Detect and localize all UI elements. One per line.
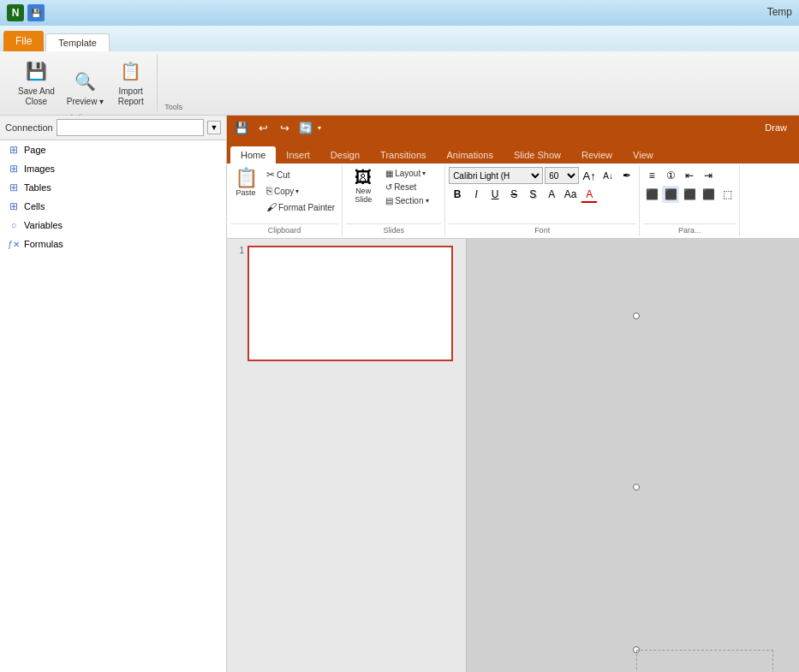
- paragraph-group-label: Para...: [643, 223, 736, 235]
- strikethrough-btn[interactable]: S: [505, 186, 522, 203]
- app-icon: N: [7, 4, 24, 21]
- ppt-qat-dropdown[interactable]: ▾: [318, 124, 321, 132]
- connection-dropdown-btn[interactable]: ▼: [207, 121, 221, 134]
- sidebar-item-page[interactable]: ⊞ Page: [0, 140, 226, 159]
- actions-group: 💾 Save And Close 🔍 Preview ▾ 📋 Import Re…: [7, 55, 158, 111]
- clear-format-btn[interactable]: ✒: [618, 167, 635, 184]
- template-tab[interactable]: Template: [45, 33, 110, 51]
- paste-button[interactable]: 📋 Paste: [230, 167, 261, 199]
- ppt-redo-btn[interactable]: ↪: [275, 118, 294, 137]
- new-slide-button[interactable]: 🖼 NewSlide: [346, 167, 380, 205]
- font-group: Calibri Light (H 60 A↑ A↓ ✒ B I U: [445, 165, 640, 236]
- underline-btn[interactable]: U: [486, 186, 504, 203]
- shadow-btn[interactable]: S: [524, 186, 541, 203]
- ppt-tab-slide-show[interactable]: Slide Show: [504, 146, 571, 164]
- ppt-tab-transitions[interactable]: Transitions: [370, 146, 436, 164]
- sidebar-item-images[interactable]: ⊞ Images: [0, 159, 226, 178]
- bold-btn[interactable]: B: [449, 186, 466, 203]
- italic-btn[interactable]: I: [468, 186, 485, 203]
- copy-label: Copy: [274, 187, 294, 196]
- ppt-tab-animations[interactable]: Animations: [437, 146, 504, 164]
- formulas-icon: ƒ✕: [7, 237, 21, 251]
- edit-canvas-container: [484, 256, 782, 655]
- ppt-tab-insert[interactable]: Insert: [276, 146, 320, 164]
- copy-button[interactable]: ⎘ Copy ▾: [263, 183, 338, 199]
- sidebar-header: Connection ▼: [0, 116, 226, 140]
- align-left-btn[interactable]: ⬛: [643, 186, 660, 203]
- text-box[interactable]: [636, 650, 773, 672]
- handle-top-left[interactable]: [633, 312, 640, 319]
- ppt-area: 💾 ↩ ↪ 🔄 ▾ Draw Home Insert Design Transi…: [227, 116, 799, 672]
- section-icon: ▤: [385, 196, 393, 205]
- change-case-btn[interactable]: Aa: [562, 186, 579, 203]
- draw-label: Draw: [765, 122, 794, 133]
- actions-ribbon: 💾 Save And Close 🔍 Preview ▾ 📋 Import Re…: [0, 51, 799, 116]
- align-center-btn[interactable]: ⬛: [662, 186, 679, 203]
- sidebar-item-tables[interactable]: ⊞ Tables: [0, 178, 226, 197]
- numbering-btn[interactable]: ①: [662, 167, 679, 184]
- bullets-btn[interactable]: ≡: [643, 167, 660, 184]
- columns-btn[interactable]: ⬚: [719, 186, 736, 203]
- handle-mid-left[interactable]: [633, 484, 640, 491]
- save-and-close-button[interactable]: 💾 Save And Close: [14, 55, 59, 110]
- format-painter-icon: 🖌: [266, 201, 277, 213]
- cut-button[interactable]: ✂ Cut: [263, 167, 338, 182]
- section-button[interactable]: ▤ Section ▾: [382, 194, 441, 207]
- justify-btn[interactable]: ⬛: [700, 186, 717, 203]
- save-icon[interactable]: 💾: [27, 4, 45, 21]
- slide-1-thumbnail[interactable]: [247, 246, 453, 361]
- align-right-btn[interactable]: ⬛: [681, 186, 698, 203]
- outer-ribbon-tabs: File Template: [0, 26, 799, 51]
- sidebar-item-variables[interactable]: ○ Variables: [0, 216, 226, 235]
- paste-icon: 📋: [235, 169, 258, 187]
- font-color-btn[interactable]: A: [581, 186, 598, 203]
- slide-edit-area[interactable]: [467, 239, 799, 672]
- char-spacing-btn[interactable]: A: [543, 186, 560, 203]
- ppt-tab-home[interactable]: Home: [230, 146, 276, 164]
- preview-icon: 🔍: [71, 68, 98, 95]
- ppt-save-btn[interactable]: 💾: [232, 118, 251, 137]
- format-painter-label: Format Painter: [278, 203, 335, 212]
- ppt-tab-design[interactable]: Design: [320, 146, 370, 164]
- shrink-font-btn[interactable]: A↓: [599, 167, 617, 184]
- layout-icon: ▦: [385, 169, 393, 178]
- ppt-qat: 💾 ↩ ↪ 🔄 ▾ Draw: [227, 116, 799, 140]
- reset-button[interactable]: ↺ Reset: [382, 181, 441, 193]
- sidebar-item-cells[interactable]: ⊞ Cells: [0, 197, 226, 216]
- page-label: Page: [24, 145, 46, 155]
- cells-label: Cells: [24, 201, 45, 211]
- file-tab[interactable]: File: [3, 31, 44, 51]
- grow-font-btn[interactable]: A↑: [581, 167, 598, 184]
- decrease-indent-btn[interactable]: ⇤: [681, 167, 698, 184]
- images-icon: ⊞: [7, 162, 21, 175]
- connection-input[interactable]: [57, 119, 204, 136]
- ppt-refresh-btn[interactable]: 🔄: [296, 118, 315, 137]
- ppt-tab-view[interactable]: View: [623, 146, 664, 164]
- formulas-label: Formulas: [24, 239, 63, 249]
- import-report-button[interactable]: 📋 Import Report: [111, 55, 150, 110]
- save-and-close-label: Save And Close: [18, 86, 55, 107]
- preview-button[interactable]: 🔍 Preview ▾: [63, 65, 108, 110]
- images-label: Images: [24, 164, 55, 174]
- font-name-select[interactable]: Calibri Light (H: [449, 167, 543, 184]
- ppt-tab-review[interactable]: Review: [571, 146, 623, 164]
- ppt-ribbon-home: 📋 Paste ✂ Cut ⎘ Copy ▾: [227, 164, 799, 239]
- save-and-close-icon: 💾: [22, 57, 50, 85]
- sidebar-item-formulas[interactable]: ƒ✕ Formulas: [0, 235, 226, 253]
- section-label: Section: [395, 196, 423, 205]
- connection-label: Connection: [5, 122, 53, 133]
- cells-icon: ⊞: [7, 199, 21, 213]
- increase-indent-btn[interactable]: ⇥: [700, 167, 717, 184]
- paragraph-group: ≡ ① ⇤ ⇥ ⬛ ⬛ ⬛ ⬛ ⬚ Para...: [640, 165, 740, 236]
- actions-buttons: 💾 Save And Close 🔍 Preview ▾ 📋 Import Re…: [14, 55, 150, 111]
- slide-thumb-container-1: 1: [230, 246, 462, 361]
- reset-label: Reset: [394, 182, 416, 192]
- font-size-select[interactable]: 60: [545, 167, 579, 184]
- slide-panel: 1: [227, 239, 467, 672]
- main-area: Connection ▼ ⊞ Page ⊞ Images ⊞ Tables ⊞ …: [0, 116, 799, 672]
- slides-group: 🖼 NewSlide ▦ Layout ▾ ↺ Reset: [343, 165, 445, 236]
- layout-button[interactable]: ▦ Layout ▾: [382, 167, 441, 180]
- format-painter-button[interactable]: 🖌 Format Painter: [263, 199, 338, 215]
- tables-label: Tables: [24, 182, 51, 193]
- ppt-undo-btn[interactable]: ↩: [253, 118, 272, 137]
